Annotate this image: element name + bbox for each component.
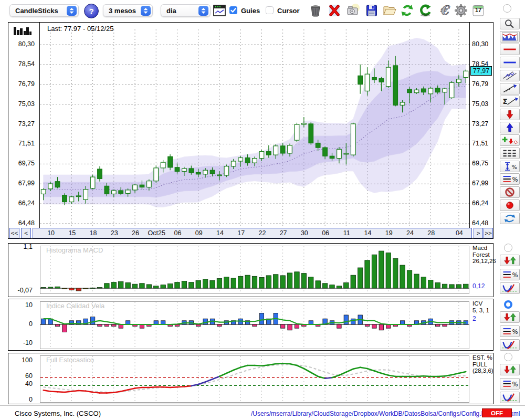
euro-button[interactable]: € [435, 2, 452, 19]
date-tick-label: 04 [456, 229, 463, 237]
trash-button[interactable] [307, 2, 324, 19]
nav-forward-button[interactable]: > [474, 228, 483, 238]
curves-icon [501, 340, 519, 350]
red-line-icon [501, 44, 519, 55]
calendar-day: 17 [470, 7, 487, 13]
nav-fast-back-button[interactable]: << [9, 228, 19, 238]
last-price-badge: 77,97 [470, 66, 492, 76]
price-tick-label: 76,79 [12, 80, 35, 88]
dashed-lines-icon [501, 148, 519, 159]
price-tick-label: 67,99 [12, 180, 35, 187]
macd-panel-radio[interactable] [504, 244, 512, 252]
price-tick-label: 64,48 [12, 219, 35, 227]
icv-curves-button[interactable] [500, 339, 520, 351]
help-button[interactable]: ? [84, 4, 99, 18]
plot-right-border [469, 23, 470, 228]
icv-tick-label: 0 [13, 320, 33, 328]
icv-updown-arrows-button[interactable] [500, 311, 520, 323]
updown-arrows-icon [501, 312, 519, 322]
off-toggle-button[interactable]: OFF [482, 408, 512, 417]
updown-arrows-icon [501, 364, 519, 375]
chart-window-button[interactable] [212, 3, 227, 18]
icv-percent-lines-button[interactable]: % [500, 326, 520, 337]
sync-button[interactable] [500, 213, 520, 224]
arrow-down-button[interactable] [500, 109, 520, 120]
date-axis-strip[interactable]: 1015182326Oct250609141722273006111419242… [33, 228, 472, 238]
euro-icon: € [437, 4, 450, 17]
red-line-button[interactable] [500, 44, 520, 55]
price-tick-label: 75,03 [12, 100, 35, 108]
blue-line-button[interactable] [500, 57, 520, 68]
macd-tick-label: 1,1 [13, 243, 33, 250]
stoch-panel-radio[interactable] [504, 353, 512, 361]
cursor-checkbox[interactable] [266, 6, 274, 14]
mini-chart-button[interactable] [500, 31, 520, 43]
nav-back-button[interactable]: < [21, 228, 31, 238]
sum-trend-button[interactable]: Σ [500, 96, 520, 107]
undo-button[interactable] [417, 2, 434, 19]
open-folder-button[interactable] [381, 2, 398, 19]
save-button[interactable] [363, 2, 380, 19]
price-tick-label: 66,24 [472, 200, 498, 207]
date-tick-label: 06 [322, 229, 329, 237]
percent-lines-button[interactable]: % [500, 173, 520, 185]
dashed-lines-button[interactable] [500, 148, 520, 159]
trend-arrow-button[interactable] [500, 83, 520, 94]
percent-lines-icon: % [501, 326, 519, 337]
record-button[interactable] [500, 200, 520, 211]
zoom-button[interactable] [500, 18, 520, 29]
channel-icon [501, 70, 519, 81]
stoch-curves-button[interactable] [500, 392, 520, 403]
macd-curves-button[interactable] [500, 282, 520, 294]
stoch-plot [40, 355, 469, 403]
vertical-range-icon: % [501, 161, 519, 172]
price-plot[interactable] [40, 29, 469, 227]
icv-tick-label: -10 [13, 339, 33, 346]
settings-button[interactable] [453, 2, 469, 19]
snapshot-button[interactable] [344, 2, 361, 19]
macd-updown-arrows-button[interactable] [500, 255, 520, 266]
channel-button[interactable] [500, 70, 520, 81]
date-tick-label: 19 [385, 229, 393, 237]
date-tick-label: 30 [301, 229, 308, 237]
stoch-tick-label: 0 [13, 396, 33, 403]
price-panel-radio[interactable] [503, 4, 511, 13]
date-tick-label: 18 [90, 229, 97, 237]
date-tick-label: 09 [195, 229, 203, 237]
price-tick-label: 69,75 [472, 160, 498, 167]
macd-tick-label: -0,07 [13, 287, 33, 294]
icv-panel: Indice Calidad Vela 100-10 ICV5, 3, 1 2 [8, 299, 494, 351]
refresh-button[interactable] [399, 2, 416, 19]
symbol-name: Cisco Systems, Inc. (CSCO) [15, 410, 101, 417]
period-value: 3 mesos [109, 7, 136, 15]
mini-chart-icon [501, 32, 519, 42]
forbidden-button[interactable] [500, 186, 520, 198]
chart-type-select[interactable]: CandleSticks [9, 4, 79, 17]
interval-select[interactable]: dia [161, 4, 211, 17]
cursor-label: Cursor [277, 7, 300, 15]
price-tick-label: 67,99 [472, 180, 498, 187]
date-tick-label: 14 [364, 229, 372, 237]
undo-icon [418, 4, 433, 17]
icv-panel-radio[interactable] [504, 300, 512, 309]
check-icon [229, 6, 237, 14]
calendar-button[interactable]: 17 [470, 2, 487, 19]
vertical-range-button[interactable]: % [500, 161, 520, 172]
interval-value: dia [166, 7, 176, 15]
macd-percent-lines-button[interactable]: % [500, 269, 520, 280]
date-tick-label: 14 [216, 229, 224, 237]
stoch-updown-arrows-button[interactable] [500, 364, 520, 375]
svg-text:%: % [512, 381, 518, 388]
guies-checkbox[interactable] [229, 6, 237, 14]
nav-fast-forward-button[interactable]: >> [484, 228, 493, 238]
date-tick-label: 26 [132, 229, 139, 237]
stoch-percent-lines-button[interactable]: % [500, 378, 520, 390]
sum-trend-icon: Σ [501, 96, 519, 107]
chevron-updown-icon [67, 6, 77, 16]
stoch-tick-label: 100 [13, 356, 33, 364]
period-select[interactable]: 3 mesos [103, 4, 153, 17]
svg-text:%: % [512, 176, 518, 184]
delete-button[interactable] [326, 2, 343, 19]
arrow-up-button[interactable] [500, 122, 520, 133]
add-signal-button[interactable] [500, 134, 520, 146]
